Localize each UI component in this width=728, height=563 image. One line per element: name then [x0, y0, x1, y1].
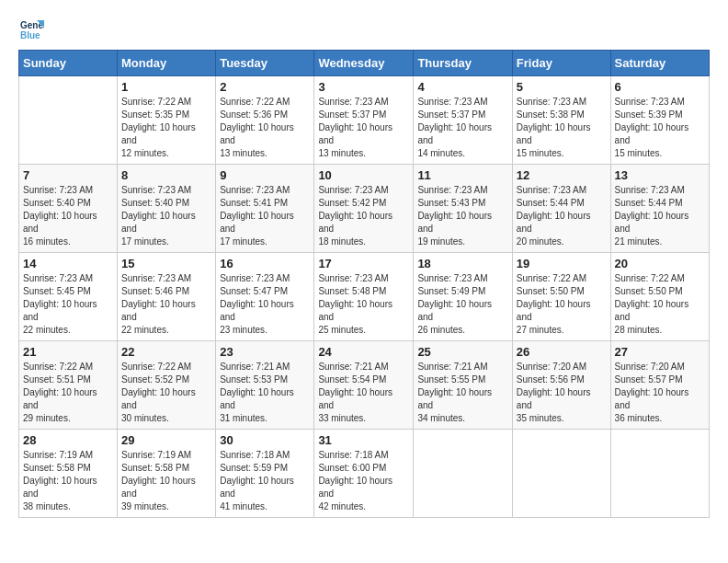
day-info: Sunrise: 7:21 AMSunset: 5:53 PMDaylight:…: [220, 361, 310, 425]
day-info: Sunrise: 7:23 AMSunset: 5:37 PMDaylight:…: [318, 96, 409, 160]
day-info: Sunrise: 7:23 AMSunset: 5:46 PMDaylight:…: [121, 272, 211, 337]
calendar-week-3: 14Sunrise: 7:23 AMSunset: 5:45 PMDayligh…: [19, 253, 710, 341]
calendar-cell: 28Sunrise: 7:19 AMSunset: 5:58 PMDayligh…: [19, 430, 118, 518]
calendar-table: SundayMondayTuesdayWednesdayThursdayFrid…: [18, 50, 710, 518]
day-number: 25: [417, 345, 507, 359]
day-number: 16: [220, 257, 310, 270]
calendar-cell: 1Sunrise: 7:22 AMSunset: 5:35 PMDaylight…: [118, 76, 216, 165]
day-number: 20: [615, 257, 705, 270]
day-info: Sunrise: 7:20 AMSunset: 5:57 PMDaylight:…: [615, 361, 705, 425]
day-info: Sunrise: 7:23 AMSunset: 5:44 PMDaylight:…: [615, 184, 705, 248]
calendar-cell: 18Sunrise: 7:23 AMSunset: 5:49 PMDayligh…: [414, 253, 512, 341]
calendar-week-5: 28Sunrise: 7:19 AMSunset: 5:58 PMDayligh…: [19, 430, 710, 518]
calendar-cell: 12Sunrise: 7:23 AMSunset: 5:44 PMDayligh…: [512, 165, 610, 253]
day-number: 13: [615, 168, 705, 182]
day-info: Sunrise: 7:21 AMSunset: 5:54 PMDaylight:…: [318, 361, 409, 425]
day-number: 18: [417, 257, 507, 270]
day-info: Sunrise: 7:23 AMSunset: 5:41 PMDaylight:…: [220, 184, 310, 248]
day-info: Sunrise: 7:23 AMSunset: 5:43 PMDaylight:…: [417, 184, 507, 248]
calendar-cell: [19, 76, 118, 165]
calendar-cell: 27Sunrise: 7:20 AMSunset: 5:57 PMDayligh…: [610, 341, 709, 430]
svg-text:Blue: Blue: [20, 30, 40, 40]
calendar-cell: 5Sunrise: 7:23 AMSunset: 5:38 PMDaylight…: [512, 76, 610, 165]
day-number: 14: [23, 257, 113, 270]
day-info: Sunrise: 7:23 AMSunset: 5:49 PMDaylight:…: [417, 272, 507, 337]
day-info: Sunrise: 7:23 AMSunset: 5:40 PMDaylight:…: [23, 184, 113, 248]
day-number: 7: [23, 168, 113, 182]
day-number: 21: [23, 345, 113, 359]
day-info: Sunrise: 7:23 AMSunset: 5:45 PMDaylight:…: [23, 272, 113, 337]
calendar-cell: 10Sunrise: 7:23 AMSunset: 5:42 PMDayligh…: [314, 165, 414, 253]
day-info: Sunrise: 7:23 AMSunset: 5:47 PMDaylight:…: [220, 272, 310, 337]
calendar-cell: 26Sunrise: 7:20 AMSunset: 5:56 PMDayligh…: [512, 341, 610, 430]
weekday-header-sunday: Sunday: [19, 51, 118, 76]
weekday-header-saturday: Saturday: [610, 51, 709, 76]
day-info: Sunrise: 7:23 AMSunset: 5:38 PMDaylight:…: [517, 96, 607, 160]
day-info: Sunrise: 7:22 AMSunset: 5:35 PMDaylight:…: [121, 96, 211, 160]
calendar-cell: 24Sunrise: 7:21 AMSunset: 5:54 PMDayligh…: [314, 341, 414, 430]
calendar-cell: [512, 430, 610, 518]
calendar-cell: 13Sunrise: 7:23 AMSunset: 5:44 PMDayligh…: [610, 165, 709, 253]
calendar-cell: 15Sunrise: 7:23 AMSunset: 5:46 PMDayligh…: [118, 253, 216, 341]
day-number: 15: [121, 257, 211, 270]
day-number: 12: [517, 168, 607, 182]
calendar-cell: 17Sunrise: 7:23 AMSunset: 5:48 PMDayligh…: [314, 253, 414, 341]
day-number: 31: [318, 433, 409, 447]
logo: General Blue: [18, 18, 46, 40]
day-number: 9: [220, 168, 310, 182]
day-number: 1: [121, 80, 211, 94]
weekday-header-wednesday: Wednesday: [314, 51, 414, 76]
calendar-cell: 19Sunrise: 7:22 AMSunset: 5:50 PMDayligh…: [512, 253, 610, 341]
calendar-cell: 11Sunrise: 7:23 AMSunset: 5:43 PMDayligh…: [414, 165, 512, 253]
day-number: 29: [121, 433, 211, 447]
day-number: 6: [615, 80, 705, 94]
day-number: 26: [517, 345, 607, 359]
calendar-cell: 2Sunrise: 7:22 AMSunset: 5:36 PMDaylight…: [216, 76, 314, 165]
day-number: 4: [417, 80, 507, 94]
day-info: Sunrise: 7:18 AMSunset: 5:59 PMDaylight:…: [220, 449, 310, 513]
day-number: 22: [121, 345, 211, 359]
calendar-cell: [610, 430, 709, 518]
calendar-cell: 22Sunrise: 7:22 AMSunset: 5:52 PMDayligh…: [118, 341, 216, 430]
calendar-cell: 21Sunrise: 7:22 AMSunset: 5:51 PMDayligh…: [19, 341, 118, 430]
weekday-header-friday: Friday: [512, 51, 610, 76]
calendar-cell: 31Sunrise: 7:18 AMSunset: 6:00 PMDayligh…: [314, 430, 414, 518]
calendar-cell: 29Sunrise: 7:19 AMSunset: 5:58 PMDayligh…: [118, 430, 216, 518]
day-info: Sunrise: 7:23 AMSunset: 5:44 PMDaylight:…: [517, 184, 607, 248]
logo-icon: General Blue: [18, 18, 44, 40]
day-info: Sunrise: 7:19 AMSunset: 5:58 PMDaylight:…: [121, 449, 211, 513]
day-info: Sunrise: 7:23 AMSunset: 5:40 PMDaylight:…: [121, 184, 211, 248]
day-number: 2: [220, 80, 310, 94]
calendar-cell: 8Sunrise: 7:23 AMSunset: 5:40 PMDaylight…: [118, 165, 216, 253]
calendar-week-4: 21Sunrise: 7:22 AMSunset: 5:51 PMDayligh…: [19, 341, 710, 430]
header: General Blue: [18, 18, 710, 40]
calendar-week-2: 7Sunrise: 7:23 AMSunset: 5:40 PMDaylight…: [19, 165, 710, 253]
day-info: Sunrise: 7:23 AMSunset: 5:39 PMDaylight:…: [615, 96, 705, 160]
calendar-week-1: 1Sunrise: 7:22 AMSunset: 5:35 PMDaylight…: [19, 76, 710, 165]
day-number: 23: [220, 345, 310, 359]
day-info: Sunrise: 7:18 AMSunset: 6:00 PMDaylight:…: [318, 449, 409, 513]
calendar-cell: 30Sunrise: 7:18 AMSunset: 5:59 PMDayligh…: [216, 430, 314, 518]
day-number: 10: [318, 168, 409, 182]
day-info: Sunrise: 7:22 AMSunset: 5:36 PMDaylight:…: [220, 96, 310, 160]
day-number: 24: [318, 345, 409, 359]
day-number: 8: [121, 168, 211, 182]
calendar-cell: 25Sunrise: 7:21 AMSunset: 5:55 PMDayligh…: [414, 341, 512, 430]
day-number: 30: [220, 433, 310, 447]
day-number: 19: [517, 257, 607, 270]
calendar-cell: 20Sunrise: 7:22 AMSunset: 5:50 PMDayligh…: [610, 253, 709, 341]
day-info: Sunrise: 7:23 AMSunset: 5:42 PMDaylight:…: [318, 184, 409, 248]
day-info: Sunrise: 7:22 AMSunset: 5:50 PMDaylight:…: [517, 272, 607, 337]
weekday-header-monday: Monday: [118, 51, 216, 76]
day-number: 3: [318, 80, 409, 94]
calendar-cell: 3Sunrise: 7:23 AMSunset: 5:37 PMDaylight…: [314, 76, 414, 165]
calendar-cell: 16Sunrise: 7:23 AMSunset: 5:47 PMDayligh…: [216, 253, 314, 341]
calendar-cell: 9Sunrise: 7:23 AMSunset: 5:41 PMDaylight…: [216, 165, 314, 253]
day-info: Sunrise: 7:22 AMSunset: 5:52 PMDaylight:…: [121, 361, 211, 425]
calendar-cell: 23Sunrise: 7:21 AMSunset: 5:53 PMDayligh…: [216, 341, 314, 430]
calendar-cell: 6Sunrise: 7:23 AMSunset: 5:39 PMDaylight…: [610, 76, 709, 165]
weekday-header-tuesday: Tuesday: [216, 51, 314, 76]
weekday-header-row: SundayMondayTuesdayWednesdayThursdayFrid…: [19, 51, 710, 76]
day-number: 27: [615, 345, 705, 359]
day-info: Sunrise: 7:21 AMSunset: 5:55 PMDaylight:…: [417, 361, 507, 425]
